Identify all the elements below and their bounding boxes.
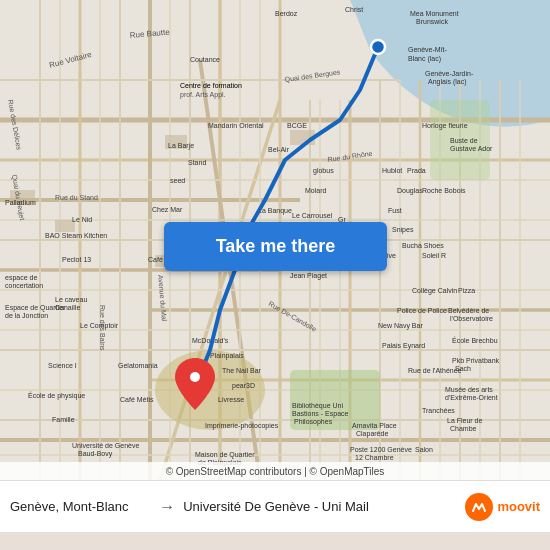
- svg-text:Bel-Air: Bel-Air: [268, 146, 290, 153]
- svg-text:École de physique: École de physique: [28, 391, 85, 400]
- svg-text:Christ: Christ: [345, 6, 363, 13]
- svg-text:BCGE: BCGE: [287, 122, 307, 129]
- svg-text:Bibliothèque Uni: Bibliothèque Uni: [292, 402, 343, 410]
- svg-text:Prada: Prada: [407, 167, 426, 174]
- svg-text:Snipes: Snipes: [392, 226, 414, 234]
- svg-text:Université de Genève: Université de Genève: [72, 442, 139, 449]
- map-container: Rue Voltaire Rue Bautte Rue des Délices …: [0, 0, 550, 480]
- svg-text:Le caveau: Le caveau: [55, 296, 87, 303]
- svg-text:Gustave Ador: Gustave Ador: [450, 145, 493, 152]
- attribution-bar: © OpenStreetMap contributors | © OpenMap…: [0, 462, 550, 480]
- svg-text:Baud-Bovy: Baud-Bovy: [78, 450, 113, 458]
- svg-text:Science I: Science I: [48, 362, 77, 369]
- svg-text:Chambe: Chambe: [450, 425, 477, 432]
- svg-text:prof. Arts Appl.: prof. Arts Appl.: [180, 91, 226, 99]
- svg-text:globus: globus: [313, 167, 334, 175]
- svg-text:Police de Police: Police de Police: [397, 307, 447, 314]
- svg-text:Salon: Salon: [415, 446, 433, 453]
- svg-text:Stand: Stand: [188, 159, 206, 166]
- svg-text:Claparède: Claparède: [356, 430, 388, 438]
- svg-text:Centre de formation: Centre de formation: [180, 82, 242, 89]
- svg-text:de la Jonction: de la Jonction: [5, 312, 48, 319]
- svg-text:Maison de Quartier: Maison de Quartier: [195, 451, 255, 459]
- svg-text:Palladium: Palladium: [5, 199, 36, 206]
- svg-text:Mea Monument: Mea Monument: [410, 10, 459, 17]
- svg-text:Philosophes: Philosophes: [294, 418, 333, 426]
- svg-text:Soleil R: Soleil R: [422, 252, 446, 259]
- svg-text:Palais Eynard: Palais Eynard: [382, 342, 425, 350]
- svg-text:Rue de l'Athénée: Rue de l'Athénée: [408, 367, 462, 374]
- svg-text:12 Chambre: 12 Chambre: [355, 454, 394, 461]
- svg-text:École Brechbu: École Brechbu: [452, 336, 498, 344]
- svg-text:Le Nid: Le Nid: [72, 216, 92, 223]
- svg-text:Jean Piaget: Jean Piaget: [290, 272, 327, 280]
- svg-text:Horloge fleurie: Horloge fleurie: [422, 122, 468, 130]
- svg-text:seed: seed: [170, 177, 185, 184]
- moovit-icon: [465, 493, 493, 521]
- svg-text:New Navy Bar: New Navy Bar: [378, 322, 423, 330]
- svg-text:Buste de: Buste de: [450, 137, 478, 144]
- svg-text:Amavita Place: Amavita Place: [352, 422, 397, 429]
- svg-text:d'Extrême-Orient: d'Extrême-Orient: [445, 394, 498, 401]
- svg-text:Famille: Famille: [52, 416, 75, 423]
- svg-text:Roche Bobois: Roche Bobois: [422, 187, 466, 194]
- svg-text:Pizza: Pizza: [458, 287, 475, 294]
- svg-text:Le Carrousel: Le Carrousel: [292, 212, 333, 219]
- svg-text:Berdoz: Berdoz: [275, 10, 298, 17]
- svg-text:Imprimerie-photocopies: Imprimerie-photocopies: [205, 422, 279, 430]
- from-location-label: Genève, Mont-Blanc: [10, 499, 151, 514]
- svg-text:La Fleur de: La Fleur de: [447, 417, 483, 424]
- svg-text:Douglas: Douglas: [397, 187, 423, 195]
- svg-text:l'Observatoire: l'Observatoire: [450, 315, 493, 322]
- svg-text:Hublot: Hublot: [382, 167, 402, 174]
- svg-text:Belvédère de: Belvédère de: [448, 307, 489, 314]
- svg-text:Mandarin Oriental: Mandarin Oriental: [208, 122, 264, 129]
- svg-text:Canaille: Canaille: [55, 304, 80, 311]
- svg-text:Genève-Jardin-: Genève-Jardin-: [425, 70, 474, 77]
- svg-text:Genève-Mît-: Genève-Mît-: [408, 46, 448, 53]
- svg-text:Livresse: Livresse: [218, 396, 244, 403]
- svg-text:Anglais (lac): Anglais (lac): [428, 78, 467, 86]
- svg-text:Fust: Fust: [388, 207, 402, 214]
- svg-text:pear3D: pear3D: [232, 382, 255, 390]
- svg-text:Molard: Molard: [305, 187, 327, 194]
- svg-text:concertation: concertation: [5, 282, 43, 289]
- to-location-label: Université De Genève - Uni Mail: [183, 499, 465, 514]
- moovit-text: moovit: [497, 499, 540, 514]
- take-me-there-button[interactable]: Take me there: [164, 222, 387, 271]
- svg-text:Coutance: Coutance: [190, 56, 220, 63]
- svg-point-152: [190, 372, 200, 382]
- svg-text:Collège Calvin: Collège Calvin: [412, 287, 457, 295]
- svg-text:The Nail Bar: The Nail Bar: [222, 367, 262, 374]
- svg-text:espace de: espace de: [5, 274, 37, 282]
- svg-text:Pkb Privatbank: Pkb Privatbank: [452, 357, 500, 364]
- svg-text:Poste 1200 Genève: Poste 1200 Genève: [350, 446, 412, 453]
- svg-text:Peclot 13: Peclot 13: [62, 256, 91, 263]
- svg-text:Plainpalais: Plainpalais: [210, 352, 244, 360]
- svg-text:Bastions - Espace: Bastions - Espace: [292, 410, 349, 418]
- arrow-icon: →: [159, 498, 175, 516]
- svg-text:Rue du Stand: Rue du Stand: [55, 194, 98, 201]
- svg-text:Brunswick: Brunswick: [416, 18, 448, 25]
- svg-point-150: [371, 40, 385, 54]
- svg-text:Café Métis: Café Métis: [120, 396, 154, 403]
- svg-text:Bucha Shoes: Bucha Shoes: [402, 242, 444, 249]
- svg-text:La Banque: La Banque: [258, 207, 292, 215]
- svg-text:Chez Mar: Chez Mar: [152, 206, 183, 213]
- svg-text:Gelatomania: Gelatomania: [118, 362, 158, 369]
- svg-text:Musée des arts: Musée des arts: [445, 386, 493, 393]
- svg-text:Tranchées: Tranchées: [422, 407, 455, 414]
- svg-text:La Barje: La Barje: [168, 142, 194, 150]
- attribution-text: © OpenStreetMap contributors | © OpenMap…: [166, 466, 385, 477]
- bottom-bar: Genève, Mont-Blanc → Université De Genèv…: [0, 480, 550, 532]
- svg-text:BAO Steam Kitchen: BAO Steam Kitchen: [45, 232, 107, 239]
- moovit-logo[interactable]: moovit: [465, 493, 540, 521]
- svg-text:Le Comptoir: Le Comptoir: [80, 322, 119, 330]
- svg-text:Blanc (lac): Blanc (lac): [408, 55, 441, 63]
